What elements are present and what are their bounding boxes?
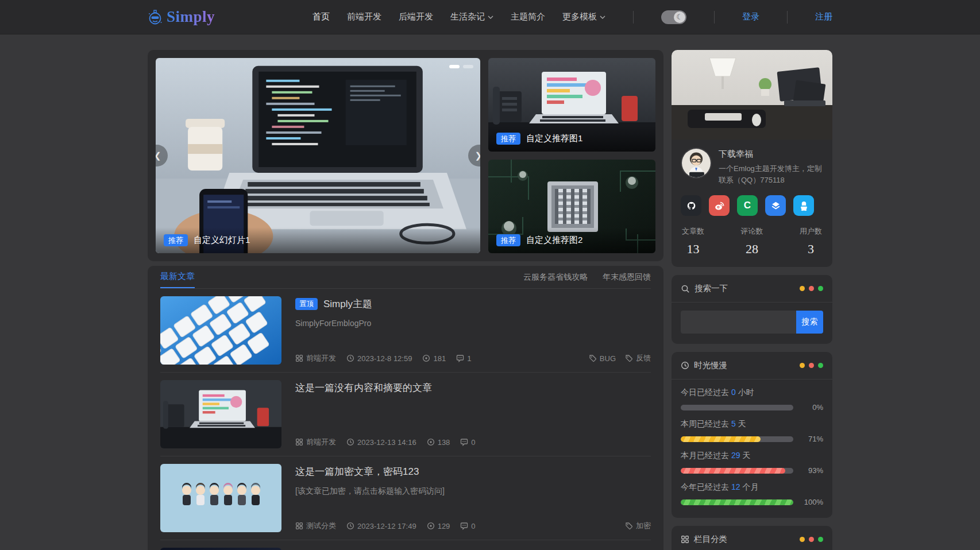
profile-bio: 一个Emlog主题开发博主，定制联系（QQ）775118	[719, 163, 823, 186]
stat-posts: 文章数 13	[682, 226, 704, 257]
slide-indicator[interactable]	[449, 65, 460, 68]
post-views: 129	[427, 522, 450, 530]
post-thumbnail-cartoon[interactable]	[160, 464, 281, 532]
post-row: 这是一篇没有内容和摘要的文章 前端开发 2023-12-13 14:16 138…	[160, 373, 651, 456]
post-thumbnail-desk[interactable]	[160, 380, 281, 448]
profile-cover-photo[interactable]	[672, 50, 832, 140]
post-date: 2023-12-13 14:16	[346, 438, 416, 447]
eye-icon	[427, 522, 435, 530]
post-thumbnail-video[interactable]	[160, 548, 281, 550]
nav-item-home[interactable]: 首页	[312, 11, 330, 22]
time-widget: 时光慢漫 今日已经过去0小时 0% 本周已经过去5天	[672, 352, 832, 518]
avatar[interactable]	[681, 148, 712, 179]
progress-track	[681, 499, 793, 505]
register-link[interactable]: 注册	[815, 11, 832, 22]
recommended-image-2[interactable]: 推荐 自定义推荐图2	[488, 160, 655, 253]
progress-fill	[681, 499, 793, 505]
post-comments[interactable]: 1	[456, 354, 471, 363]
chevron-down-icon	[600, 16, 605, 19]
logo-icon	[148, 10, 163, 25]
recommend-badge: 推荐	[164, 234, 188, 246]
eye-icon	[427, 438, 435, 446]
site-logo[interactable]: Simply	[148, 8, 215, 26]
time-progress-week: 本周已经过去5天 71%	[681, 419, 823, 443]
qq-icon[interactable]	[793, 195, 814, 216]
dark-mode-toggle[interactable]: ☾	[661, 10, 686, 24]
slide-indicators	[449, 65, 473, 68]
time-progress-month: 本月已经过去29天 93%	[681, 451, 823, 475]
nav-item-frontend[interactable]: 前端开发	[347, 11, 381, 22]
tab-latest-posts[interactable]: 最新文章	[160, 266, 195, 288]
chevron-down-icon	[488, 16, 493, 19]
post-category[interactable]: 前端开发	[295, 437, 336, 447]
post-tag[interactable]: 反馈	[625, 353, 651, 363]
header-link-cloud-server[interactable]: 云服务器省钱攻略	[523, 272, 588, 282]
tag-icon	[589, 354, 597, 362]
post-summary: [该文章已加密，请点击标题输入密码访问]	[295, 486, 651, 497]
dot-yellow	[800, 363, 805, 368]
progress-percent: 0%	[799, 403, 823, 412]
search-button[interactable]: 搜索	[796, 311, 823, 334]
nav-item-backend[interactable]: 后端开发	[399, 11, 433, 22]
window-dots	[800, 363, 823, 368]
hero-card: ❮ ❯ 推荐 自定义幻灯片1	[148, 50, 663, 261]
comment-icon	[460, 522, 468, 530]
dot-green	[818, 286, 823, 291]
grid-icon	[681, 535, 689, 544]
slide-caption: 自定义幻灯片1	[194, 235, 250, 246]
progress-track	[681, 468, 793, 474]
github-icon[interactable]	[681, 195, 701, 216]
header-link-thanksgiving[interactable]: 年末感恩回馈	[603, 272, 651, 282]
tag-icon	[625, 522, 633, 530]
eye-icon	[422, 354, 430, 362]
post-category[interactable]: 前端开发	[295, 353, 336, 363]
post-row: 置顶 Simply主题 SimplyForEmblogPro 前端开发 2023…	[160, 289, 651, 373]
nav-item-life[interactable]: 生活杂记	[450, 11, 493, 22]
post-title[interactable]: 置顶 Simply主题	[295, 297, 651, 311]
widget-title: 搜索一下	[695, 283, 728, 294]
post-tag[interactable]: BUG	[589, 353, 616, 363]
csdn-icon[interactable]: C	[737, 195, 758, 216]
recommended-image-1[interactable]: 推荐 自定义推荐图1	[488, 58, 655, 152]
social-links: C	[672, 188, 832, 217]
progress-percent: 100%	[799, 498, 823, 506]
post-summary: SimplyForEmblogPro	[295, 319, 651, 328]
slide-indicator[interactable]	[463, 65, 473, 68]
logo-text: Simply	[167, 8, 215, 26]
widget-title: 栏目分类	[694, 534, 727, 545]
clock-icon	[346, 438, 354, 446]
post-views: 181	[422, 354, 446, 363]
comment-icon	[460, 438, 468, 446]
post-date: 2023-12-8 12:59	[346, 354, 412, 363]
post-list-card: 最新文章 云服务器省钱攻略 年末感恩回馈	[148, 266, 663, 550]
post-category[interactable]: 测试分类	[295, 521, 336, 531]
cloud-drive-icon[interactable]	[765, 195, 786, 216]
post-tag[interactable]: 加密	[625, 521, 651, 531]
dot-red	[809, 363, 814, 368]
progress-track	[681, 405, 793, 410]
category-widget: 栏目分类 前端开发 7 后端开发 1	[672, 526, 832, 550]
post-title[interactable]: 这是一篇没有内容和摘要的文章	[295, 381, 651, 394]
dot-green	[818, 537, 823, 542]
grid-icon	[295, 522, 303, 530]
login-link[interactable]: 登录	[742, 11, 759, 22]
moon-icon: ☾	[674, 11, 685, 23]
search-input[interactable]	[681, 311, 796, 334]
post-thumbnail-keyboard[interactable]	[160, 296, 281, 365]
post-comments[interactable]: 0	[460, 522, 475, 530]
nav-item-theme-intro[interactable]: 主题简介	[511, 11, 545, 22]
recommended-caption: 自定义推荐图2	[526, 235, 582, 246]
profile-name: 下载幸福	[719, 149, 823, 160]
search-widget: 搜索一下 搜索	[672, 275, 832, 344]
post-title[interactable]: 这是一篇加密文章，密码123	[295, 465, 651, 478]
clock-icon	[681, 361, 689, 370]
post-comments[interactable]: 0	[460, 438, 475, 447]
weibo-icon[interactable]	[709, 195, 730, 216]
navbar: Simply 首页 前端开发 后端开发 生活杂记 主题简介 更多模板 ☾ 登录 …	[0, 0, 980, 34]
sidebar: 下载幸福 一个Emlog主题开发博主，定制联系（QQ）775118 C	[672, 50, 832, 550]
divider	[633, 11, 634, 24]
nav-item-more-templates[interactable]: 更多模板	[562, 11, 605, 22]
dot-red	[809, 537, 814, 542]
progress-track	[681, 436, 793, 442]
carousel-slide[interactable]: ❮ ❯ 推荐 自定义幻灯片1	[156, 58, 480, 253]
